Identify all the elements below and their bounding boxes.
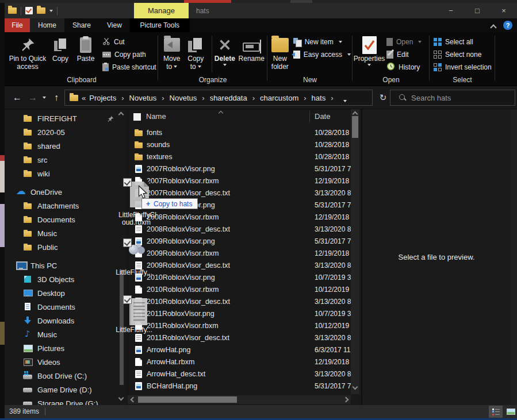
select-none-button[interactable]: Select none [434, 48, 493, 61]
tab-manage[interactable]: Manage [134, 3, 189, 18]
date-column-header[interactable]: Date [315, 112, 330, 121]
tab-file[interactable]: File [5, 18, 30, 32]
vertical-scrollbar[interactable] [351, 109, 359, 394]
scrollbar-thumb[interactable] [352, 116, 358, 138]
sidebar-item[interactable]: shared [5, 139, 128, 153]
qat-properties-icon[interactable] [25, 7, 33, 14]
breadcrumb-item[interactable]: Novetus› [168, 94, 209, 102]
sidebar-item[interactable]: FIREFIGHT [5, 111, 128, 125]
file-row[interactable]: 2010RobloxVisor.rbxm 10/12/2019 [128, 283, 351, 295]
minimize-button[interactable]: − [438, 3, 464, 18]
new-item-button[interactable]: New item [293, 36, 351, 48]
file-row[interactable]: 2008RobloxVisor.rbxm 12/19/2018 [128, 211, 351, 223]
sidebar-scrollbar[interactable] [117, 109, 125, 405]
copy-path-button[interactable]: Copy path [102, 48, 156, 61]
file-row[interactable] [128, 392, 351, 394]
ribbon-tab[interactable]: Picture Tools [130, 18, 190, 32]
sidebar-item[interactable]: Boot Drive (C:) [5, 369, 128, 383]
file-row[interactable]: 2011RobloxVisor.png 10/7/2019 3 [128, 307, 351, 319]
close-button[interactable]: × [491, 3, 517, 18]
file-row[interactable]: ArrowHat.png 6/3/2017 11 [128, 344, 351, 356]
horizontal-scrollbar[interactable] [128, 395, 351, 404]
scroll-right-icon[interactable] [344, 398, 349, 402]
sidebar-item[interactable]: Music [5, 327, 128, 341]
qat-customize-icon[interactable] [49, 10, 53, 12]
breadcrumb-item[interactable]: charcustom› [259, 94, 311, 102]
ribbon-tab[interactable]: Home [30, 18, 64, 32]
file-row[interactable]: ArrowHat.rbxm 12/19/2018 [128, 356, 351, 368]
sidebar-item[interactable]: Music [5, 226, 128, 240]
scroll-down-icon[interactable] [353, 385, 358, 390]
file-row[interactable]: 2011RobloxVisor.rbxm 10/12/2019 [128, 319, 351, 332]
sidebar-item[interactable]: OneDrive [5, 185, 128, 199]
paste-button[interactable]: Paste [72, 32, 99, 63]
select-all-button[interactable]: Select all [434, 36, 493, 48]
sidebar-item[interactable]: Documents [5, 300, 128, 314]
scrollbar-thumb[interactable] [120, 270, 124, 385]
history-button[interactable]: History [386, 61, 422, 74]
delete-button[interactable]: Delete [212, 32, 238, 66]
file-row[interactable]: 2010RobloxVisor.png 10/7/2019 3 [128, 271, 351, 283]
file-row[interactable]: sounds 10/28/2018 [128, 138, 351, 151]
name-column-header[interactable]: Name [146, 112, 166, 121]
scrollbar-thumb[interactable] [138, 396, 237, 403]
file-row[interactable]: 2009RobloxVisor_desc.txt 3/13/2020 8 [128, 259, 351, 271]
file-row[interactable]: 2007RobloxVisor.png 5/31/2017 7 [128, 163, 351, 175]
edit-button[interactable]: Edit [386, 48, 422, 61]
properties-button[interactable]: Properties [354, 32, 384, 66]
file-row[interactable]: 2007RobloxVisor_desc.txt 3/13/2020 8 [128, 187, 351, 199]
sidebar-item[interactable]: Downloads [5, 314, 128, 327]
breadcrumb-item[interactable]: shareddata› [209, 94, 259, 102]
easy-access-button[interactable]: Easy access [293, 48, 351, 61]
cut-button[interactable]: Cut [102, 36, 156, 48]
file-row[interactable]: ArrowHat_desc.txt 3/13/2020 8 [128, 368, 351, 380]
file-row[interactable]: 2007RobloxVisor.rbxm 12/19/2018 [128, 175, 351, 187]
sidebar-item[interactable]: Videos [5, 355, 128, 369]
recent-locations-icon[interactable] [39, 86, 49, 109]
up-button[interactable]: ↑ [49, 86, 63, 109]
move-to-button[interactable]: Move to [160, 32, 184, 71]
forward-button[interactable]: → [25, 86, 40, 109]
address-dropdown-icon[interactable] [343, 100, 347, 102]
ribbon-tab[interactable]: View [99, 18, 130, 32]
details-view-button[interactable] [489, 406, 503, 418]
rename-button[interactable]: Rename [238, 32, 266, 63]
pin-to-quick-access-button[interactable]: Pin to Quick access [7, 32, 48, 71]
file-row[interactable]: 2008RobloxVisor_desc.txt 3/13/2020 8 [128, 223, 351, 235]
sidebar-item[interactable]: Desktop [5, 286, 128, 300]
chevrons-left-icon[interactable]: « [82, 94, 86, 102]
sidebar-item[interactable]: Storage Drive (G:) [5, 396, 128, 405]
scroll-left-icon[interactable] [130, 398, 135, 402]
column-divider[interactable] [309, 111, 310, 122]
sidebar-item[interactable]: Pictures [5, 341, 128, 355]
breadcrumb-item[interactable]: Projects› [88, 94, 128, 102]
refresh-button[interactable]: ↻ [375, 90, 391, 106]
file-row[interactable]: 2010RobloxVisor_desc.txt 3/13/2020 8 [128, 295, 351, 307]
large-icons-view-button[interactable] [504, 406, 517, 418]
search-box[interactable] [390, 90, 515, 106]
paste-shortcut-button[interactable]: Paste shortcut [102, 61, 156, 74]
scroll-up-icon[interactable] [353, 111, 358, 115]
file-row[interactable]: fonts 10/28/2018 [128, 126, 351, 138]
file-row[interactable]: 2009RobloxVisor.png 5/31/2017 7 [128, 235, 351, 247]
file-row[interactable]: 2008RobloxVisor.png 5/31/2017 7 [128, 199, 351, 211]
file-row[interactable]: BCHardHat.png 5/31/2017 7 [128, 380, 351, 392]
sidebar-item[interactable]: src [5, 153, 128, 167]
file-row[interactable]: 2009RobloxVisor.rbxm 12/19/2018 [128, 247, 351, 259]
sidebar-item[interactable]: Attachments [5, 199, 128, 213]
search-input[interactable] [411, 94, 503, 102]
scroll-up-icon[interactable] [119, 111, 124, 116]
ribbon-tab[interactable]: Share [64, 18, 99, 32]
qat-new-folder-icon[interactable] [37, 7, 45, 14]
qat-folder-icon[interactable] [8, 7, 17, 14]
sidebar-item[interactable]: This PC [5, 259, 128, 272]
sidebar-item[interactable]: Game Drive (D:) [5, 383, 128, 396]
select-all-checkbox[interactable] [133, 113, 141, 121]
collapse-ribbon-icon[interactable] [491, 24, 496, 29]
sidebar-item[interactable]: wiki [5, 167, 128, 180]
file-row[interactable]: textures 10/28/2018 [128, 151, 351, 163]
maximize-button[interactable]: □ [464, 3, 491, 18]
back-button[interactable]: ← [9, 86, 25, 109]
address-bar[interactable]: « Projects›Novetus›Novetus›shareddata›ch… [64, 90, 373, 106]
sidebar-item[interactable]: Documents [5, 213, 128, 226]
